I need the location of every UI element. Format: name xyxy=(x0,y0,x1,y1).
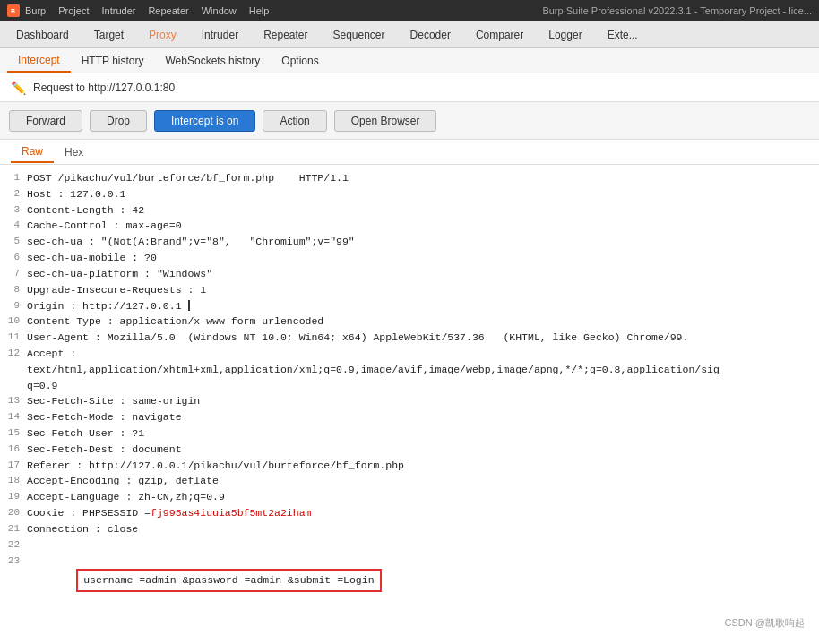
line-12c: q=0.9 xyxy=(0,378,819,394)
request-bar: ✏️ Request to http://127.0.0.1:80 xyxy=(0,73,819,102)
line-13: 13 Sec-Fetch-Site : same-origin xyxy=(0,393,819,409)
line-23: 23 username =admin &password =admin &sub… xyxy=(0,554,819,608)
tab-hex[interactable]: Hex xyxy=(54,142,94,162)
menu-burp[interactable]: Burp xyxy=(25,5,46,16)
request-content-area: 1 POST /pikachu/vul/burteforce/bf_form.p… xyxy=(0,165,819,644)
edit-icon: ✏️ xyxy=(11,81,26,95)
line-12: 12 Accept : xyxy=(0,346,819,362)
post-data-box: username =admin &password =admin &submit… xyxy=(76,569,381,592)
menu-help[interactable]: Help xyxy=(249,5,270,16)
line-12b: text/html,application/xhtml+xml,applicat… xyxy=(0,362,819,378)
open-browser-button[interactable]: Open Browser xyxy=(334,110,437,132)
line-2: 2 Host : 127.0.0.1 xyxy=(0,186,819,202)
content-tabs: Raw Hex xyxy=(0,140,819,165)
nav-extender[interactable]: Exte... xyxy=(595,21,651,47)
menu-intruder[interactable]: Intruder xyxy=(102,5,136,16)
nav-target[interactable]: Target xyxy=(82,21,136,47)
menu-window[interactable]: Window xyxy=(202,5,237,16)
sub-http-history[interactable]: HTTP history xyxy=(71,48,155,73)
line-3: 3 Content-Length : 42 xyxy=(0,202,819,219)
line-19: 19 Accept-Language : zh-CN,zh;q=0.9 xyxy=(0,489,819,505)
line-6: 6 sec-ch-ua-mobile : ?0 xyxy=(0,250,819,266)
line-5: 5 sec-ch-ua : "(Not(A:Brand";v="8", "Chr… xyxy=(0,234,819,250)
line-1: 1 POST /pikachu/vul/burteforce/bf_form.p… xyxy=(0,170,819,186)
line-9: 9 Origin : http://127.0.0.1 xyxy=(0,298,819,314)
request-body[interactable]: 1 POST /pikachu/vul/burteforce/bf_form.p… xyxy=(0,165,819,644)
nav-sequencer[interactable]: Sequencer xyxy=(321,21,398,47)
line-7: 7 sec-ch-ua-platform : "Windows" xyxy=(0,266,819,282)
sub-options[interactable]: Options xyxy=(271,48,329,73)
line-8: 8 Upgrade-Insecure-Requests : 1 xyxy=(0,282,819,298)
window-title: Burp Suite Professional v2022.3.1 - Temp… xyxy=(542,5,812,16)
nav-proxy[interactable]: Proxy xyxy=(136,21,189,47)
line-21: 21 Connection : close xyxy=(0,521,819,537)
line-20: 20 Cookie : PHPSESSID =fj995as4iuuia5bf5… xyxy=(0,505,819,521)
sub-websockets[interactable]: WebSockets history xyxy=(155,48,272,73)
menu-project[interactable]: Project xyxy=(58,5,89,16)
menu-items: Burp Project Intruder Repeater Window He… xyxy=(25,5,269,16)
line-14: 14 Sec-Fetch-Mode : navigate xyxy=(0,409,819,425)
line-17: 17 Referer : http://127.0.0.1/pikachu/vu… xyxy=(0,458,819,474)
main-nav: Dashboard Target Proxy Intruder Repeater… xyxy=(0,21,819,48)
line-15: 15 Sec-Fetch-User : ?1 xyxy=(0,425,819,442)
nav-intruder[interactable]: Intruder xyxy=(189,21,251,47)
line-22: 22 xyxy=(0,537,819,554)
action-button[interactable]: Action xyxy=(263,110,326,132)
menu-repeater[interactable]: Repeater xyxy=(148,5,188,16)
watermark: CSDN @凯歌响起 xyxy=(725,616,805,630)
action-bar: Forward Drop Intercept is on Action Open… xyxy=(0,102,819,140)
nav-repeater[interactable]: Repeater xyxy=(251,21,320,47)
line-4: 4 Cache-Control : max-age=0 xyxy=(0,218,819,234)
nav-logger[interactable]: Logger xyxy=(536,21,594,47)
line-11: 11 User-Agent : Mozilla/5.0 (Windows NT … xyxy=(0,330,819,346)
nav-comparer[interactable]: Comparer xyxy=(463,21,536,47)
line-16: 16 Sec-Fetch-Dest : document xyxy=(0,442,819,458)
sub-intercept[interactable]: Intercept xyxy=(7,48,71,73)
intercept-toggle-button[interactable]: Intercept is on xyxy=(154,110,255,132)
svg-text:B: B xyxy=(11,8,15,14)
sub-nav: Intercept HTTP history WebSockets histor… xyxy=(0,48,819,73)
request-url: Request to http://127.0.0.1:80 xyxy=(33,82,175,94)
title-bar: B Burp Project Intruder Repeater Window … xyxy=(0,0,819,21)
forward-button[interactable]: Forward xyxy=(9,110,82,132)
line-10: 10 Content-Type : application/x-www-form… xyxy=(0,313,819,330)
drop-button[interactable]: Drop xyxy=(90,110,147,132)
tab-raw[interactable]: Raw xyxy=(11,142,54,163)
nav-dashboard[interactable]: Dashboard xyxy=(4,21,82,47)
nav-decoder[interactable]: Decoder xyxy=(398,21,463,47)
burp-icon: B xyxy=(7,4,20,17)
line-18: 18 Accept-Encoding : gzip, deflate xyxy=(0,473,819,489)
